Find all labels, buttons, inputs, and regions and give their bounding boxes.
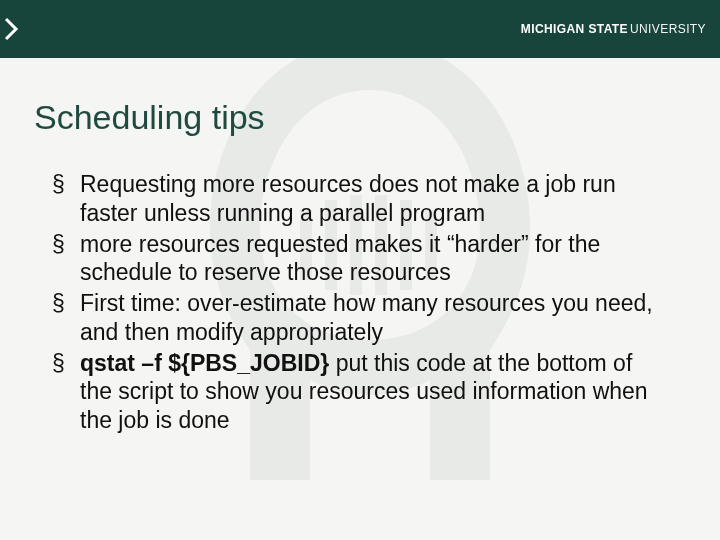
brand-bold: MICHIGAN STATE: [521, 22, 628, 36]
bullet-text: First time: over-estimate how many resou…: [80, 290, 653, 345]
bullet-item: Requesting more resources does not make …: [52, 170, 668, 228]
slide: MICHIGAN STATEUNIVERSITY Scheduling tips…: [0, 0, 720, 540]
university-brand: MICHIGAN STATEUNIVERSITY: [521, 22, 706, 36]
top-bar: MICHIGAN STATEUNIVERSITY: [0, 0, 720, 58]
bullet-item: more resources requested makes it “harde…: [52, 230, 668, 288]
bullet-text: more resources requested makes it “harde…: [80, 231, 600, 286]
bullet-item: qstat –f ${PBS_JOBID} put this code at t…: [52, 349, 668, 435]
brand-light: UNIVERSITY: [630, 22, 706, 36]
chevron-decor: [0, 0, 32, 58]
bullet-text-bold: qstat –f ${PBS_JOBID}: [80, 350, 336, 376]
bullet-item: First time: over-estimate how many resou…: [52, 289, 668, 347]
slide-title: Scheduling tips: [34, 98, 265, 137]
slide-content: Requesting more resources does not make …: [52, 170, 668, 437]
bullet-list: Requesting more resources does not make …: [52, 170, 668, 435]
bullet-text: Requesting more resources does not make …: [80, 171, 616, 226]
